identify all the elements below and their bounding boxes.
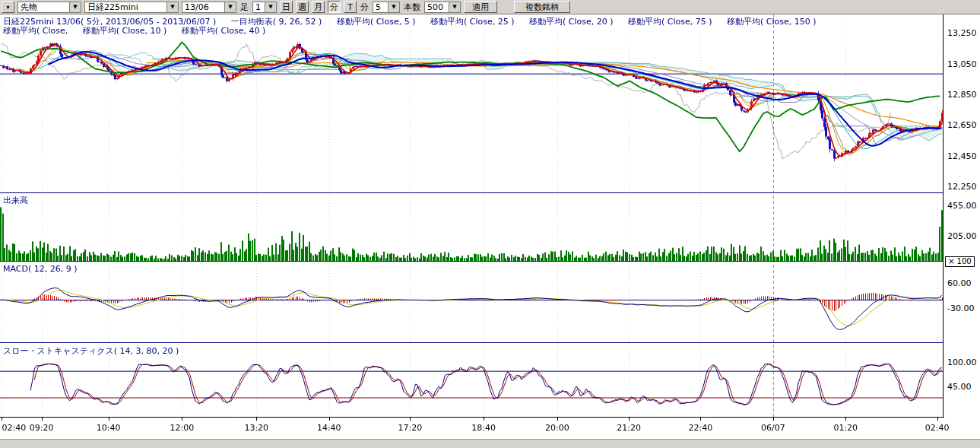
time-axis-label: 06/07 xyxy=(761,423,785,433)
volume-axis-label: 205.00 xyxy=(947,231,977,241)
legend-ma5: 移動平均( Close, 5 ) xyxy=(337,17,416,27)
time-axis-label: 02:40 xyxy=(925,423,950,433)
apply-button[interactable]: 適用 xyxy=(464,1,497,13)
volume-multiplier-badge: × 100 xyxy=(945,256,975,267)
volume-panel-label: 出来高 xyxy=(3,195,28,206)
time-axis-label: 17:20 xyxy=(398,423,423,433)
symbol-value: 日経225mini xyxy=(85,2,167,12)
time-axis-label: 22:40 xyxy=(688,423,712,433)
dropdown-arrow-icon[interactable]: ▼ xyxy=(388,2,399,12)
minute-label: 分 xyxy=(360,2,369,13)
time-axis-label: 09:20 xyxy=(30,423,54,433)
price-axis-label: 12,650 xyxy=(947,120,977,130)
period-minute-button[interactable]: 分 xyxy=(328,1,341,13)
time-axis-label: 01:20 xyxy=(833,423,858,433)
time-axis-label: 13:20 xyxy=(244,423,268,433)
chart-region: 日経225mini 13/06( 5分, 2013/06/05 - 2013/0… xyxy=(0,0,980,448)
stoch-axis-label: 45.00 xyxy=(947,382,972,392)
toolbar: ▼ 先物 ▼ 日経225mini ▼ 13/06 ▼ 足 1 ▼ 日 週 月 分… xyxy=(0,0,980,14)
time-axis-label: 02:40 xyxy=(2,423,26,433)
minute-interval-select[interactable]: 5 ▼ xyxy=(373,2,400,13)
legend-ma10: 移動平均( Close, 10 ) xyxy=(83,26,167,36)
time-axis-label: 12:00 xyxy=(170,423,194,433)
dropdown-arrow-icon[interactable]: ▼ xyxy=(449,2,460,12)
contract-month-select[interactable]: 13/06 ▼ xyxy=(182,2,236,13)
contract-month-value: 13/06 xyxy=(182,2,224,12)
legend-ma25: 移動平均( Close, 25 ) xyxy=(430,17,515,27)
volume-axis-label: 455.00 xyxy=(947,201,977,211)
price-axis-label: 13,250 xyxy=(947,28,977,38)
bottom-strip xyxy=(0,439,980,448)
dropdown-arrow-icon[interactable]: ▼ xyxy=(167,2,178,12)
instrument-type-value: 先物 xyxy=(18,2,69,12)
dropdown-arrow-icon[interactable]: ▼ xyxy=(69,2,81,12)
legend-ma75: 移動平均( Close, 75 ) xyxy=(628,17,712,27)
period-week-button[interactable]: 週 xyxy=(296,1,309,13)
period-day-button[interactable]: 日 xyxy=(280,1,293,13)
legend-ma150: 移動平均( Close, 150 ) xyxy=(727,17,817,27)
time-axis-label: 20:00 xyxy=(545,423,569,433)
period-month-button[interactable]: 月 xyxy=(312,1,325,13)
time-axis-label: 14:40 xyxy=(317,423,341,433)
bar-type-label: 足 xyxy=(239,2,249,13)
tick-button[interactable]: T xyxy=(344,1,357,13)
legend-ma40: 移動平均( Close, 40 ) xyxy=(182,26,266,36)
multi-symbol-button[interactable]: 複数銘柄 xyxy=(514,1,570,13)
price-chart-canvas[interactable] xyxy=(0,14,944,425)
left-dropdown-button[interactable]: ▼ xyxy=(2,1,14,13)
dropdown-arrow-icon[interactable]: ▼ xyxy=(224,2,236,12)
macd-axis-label: 60.00 xyxy=(947,278,972,288)
legend-line-2: 移動平均( Close, 移動平均( Close, 10 ) 移動平均( Clo… xyxy=(3,25,278,37)
bar-interval-select[interactable]: 1 ▼ xyxy=(252,2,277,13)
time-axis-label: 21:20 xyxy=(617,423,641,433)
price-axis-label: 12,250 xyxy=(947,182,977,192)
price-axis-label: 12,450 xyxy=(947,151,977,161)
macd-panel-label: MACD( 12, 26, 9 ) xyxy=(3,264,78,274)
bar-count-select[interactable]: 500 ▼ xyxy=(424,2,461,13)
minute-interval-value: 5 xyxy=(373,2,388,12)
legend-ma20: 移動平均( Close, 20 ) xyxy=(529,17,614,27)
stoch-axis-label: 100.00 xyxy=(947,357,977,367)
legend-ma-partial: 移動平均( Close, xyxy=(3,26,68,36)
macd-axis-label: -30.00 xyxy=(947,303,974,313)
dropdown-arrow-icon: ▼ xyxy=(5,5,11,10)
time-axis-label: 10:40 xyxy=(97,423,121,433)
price-axis-label: 12,850 xyxy=(947,90,977,100)
bar-interval-value: 1 xyxy=(253,2,265,12)
time-axis-label: 18:40 xyxy=(471,423,496,433)
bar-count-value: 500 xyxy=(425,2,449,12)
dropdown-arrow-icon[interactable]: ▼ xyxy=(265,2,276,12)
bar-count-label: 本数 xyxy=(403,2,421,13)
instrument-type-select[interactable]: 先物 ▼ xyxy=(17,2,81,13)
symbol-select[interactable]: 日経225mini ▼ xyxy=(84,2,179,13)
stoch-panel-label: スロー・ストキャスティクス( 14, 3, 80, 20 ) xyxy=(3,345,179,357)
price-axis-label: 13,050 xyxy=(947,59,977,69)
